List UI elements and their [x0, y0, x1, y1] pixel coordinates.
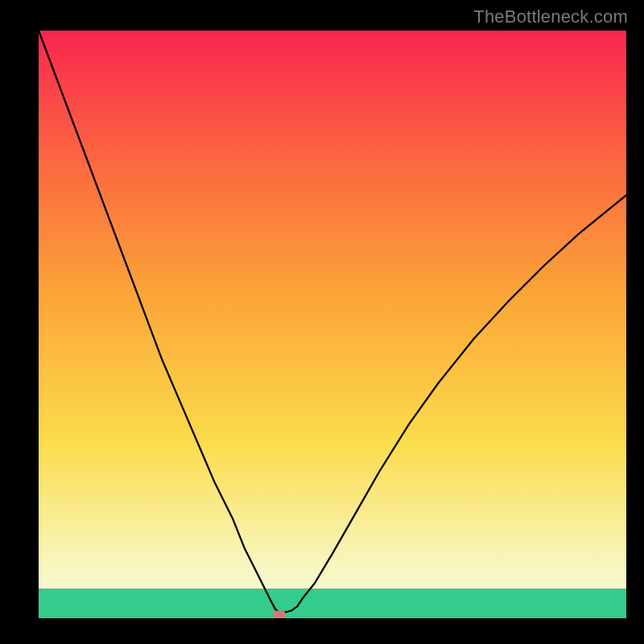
- chart-frame: TheBottleneck.com: [0, 0, 644, 644]
- watermark-text: TheBottleneck.com: [473, 6, 628, 27]
- plot-area: [39, 31, 626, 618]
- optimum-marker: [273, 611, 286, 618]
- curve-layer: [39, 31, 626, 618]
- bottleneck-curve: [39, 31, 626, 613]
